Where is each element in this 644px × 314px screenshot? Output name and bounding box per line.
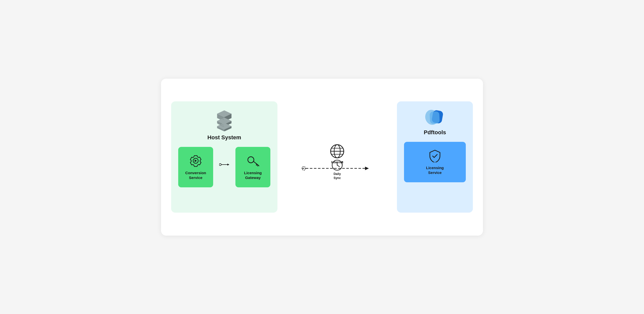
svg-line-32 (337, 165, 339, 167)
daily-sync-label: DailySync (334, 172, 341, 180)
licensing-gateway-box: LicensingGateway (235, 147, 270, 187)
conversion-service-label: ConversionService (185, 170, 206, 180)
pdftools-box: Pdftools LicensingService (397, 101, 473, 213)
shield-check-icon (428, 149, 441, 162)
svg-point-15 (219, 164, 221, 166)
globe-icon (330, 144, 345, 159)
pdftools-logo-icon (425, 108, 445, 126)
svg-marker-14 (195, 160, 197, 162)
services-row: ConversionService (178, 147, 270, 187)
key-icon (246, 154, 259, 167)
pdftools-title: Pdftools (424, 129, 446, 136)
svg-marker-24 (365, 167, 369, 170)
conversion-service-box: ConversionService (178, 147, 213, 187)
connection-area: Internet DailySync (277, 94, 397, 220)
diagram-container: Host System ConversionService (161, 79, 483, 236)
server-icon (214, 108, 234, 131)
internal-arrow-svg (219, 162, 229, 167)
pdftools-top: Pdftools (424, 108, 446, 136)
svg-point-18 (248, 157, 254, 163)
clock-sync-icon (331, 159, 343, 171)
licensing-service-label: LicensingService (426, 165, 444, 175)
licensing-gateway-label: LicensingGateway (244, 170, 262, 180)
internal-arrow (218, 147, 230, 182)
host-system-top: Host System (207, 108, 241, 141)
svg-rect-37 (430, 111, 440, 124)
host-system-title: Host System (207, 134, 241, 141)
svg-marker-17 (227, 164, 229, 166)
host-system-box: Host System ConversionService (171, 101, 277, 213)
licensing-service-box: LicensingService (404, 142, 466, 182)
layout-wrapper: Host System ConversionService (171, 94, 473, 220)
gear-play-icon (189, 154, 202, 167)
daily-sync-group: DailySync (331, 159, 343, 180)
